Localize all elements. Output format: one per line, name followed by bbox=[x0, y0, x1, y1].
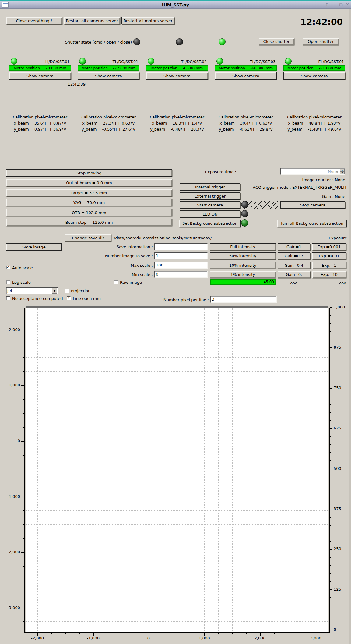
raw-image-checkbox[interactable] bbox=[114, 280, 118, 284]
restart-motors-button[interactable]: Restart all motors server bbox=[121, 17, 174, 24]
no-acceptance-checkbox[interactable] bbox=[6, 296, 10, 300]
show-camera-button[interactable]: Show camera bbox=[9, 72, 71, 80]
open-shutter-button[interactable]: Open shutter bbox=[303, 38, 339, 45]
gridline-horizontal bbox=[26, 441, 328, 441]
y-axis-right-tick bbox=[330, 589, 332, 590]
intensity-button[interactable]: 50% intensity bbox=[210, 252, 276, 259]
start-camera-button[interactable]: Start camera bbox=[180, 201, 240, 209]
save-info-input[interactable] bbox=[154, 243, 208, 250]
save-info-label: Save information : bbox=[76, 245, 153, 249]
motion-button[interactable]: target = 37.5 mm bbox=[6, 189, 172, 196]
plot-canvas[interactable] bbox=[26, 308, 328, 632]
minimize-icon[interactable]: – bbox=[332, 2, 335, 7]
spin-down-button[interactable]: ▼ bbox=[340, 171, 345, 174]
calibration-y-beam: y_beam = -0.55*H + 27.6*V bbox=[72, 127, 146, 132]
close-everything-button[interactable]: Close everything ! bbox=[6, 17, 62, 24]
motion-button[interactable]: Out of beam = 0.0 mm bbox=[6, 179, 172, 186]
motion-button[interactable]: YAG = 70.0 mm bbox=[6, 199, 172, 206]
close-icon[interactable]: ✕ bbox=[346, 2, 349, 7]
y-axis-right-tick bbox=[330, 509, 332, 509]
min-scale-input[interactable]: 0 bbox=[154, 271, 208, 278]
exposure-button[interactable]: Exp.=10 bbox=[312, 271, 346, 278]
intensity-button[interactable]: 10% intensity bbox=[210, 262, 276, 269]
line-each-mm-checkbox[interactable]: ✓ bbox=[67, 296, 71, 300]
exposure-button[interactable]: Exp.=0.01 bbox=[312, 252, 346, 259]
internal-trigger-button[interactable]: Internal trigger bbox=[180, 183, 240, 191]
colormap-dropdown-button[interactable]: ▼ bbox=[52, 288, 57, 294]
motion-button[interactable]: Stop moving bbox=[6, 169, 172, 177]
close-shutter-button[interactable]: Close shutter bbox=[259, 38, 294, 45]
y-axis-right-tick bbox=[330, 331, 331, 332]
calibration-y-beam: y_beam = 0.97*H + 36.9*V bbox=[3, 127, 77, 132]
calibration-title: Calibration pixel-micrometer bbox=[72, 115, 146, 119]
led-on-button[interactable]: LED ON bbox=[180, 210, 240, 218]
gridline-horizontal bbox=[26, 399, 328, 399]
gridline-horizontal bbox=[26, 385, 328, 385]
intensity-button[interactable]: Full intensity bbox=[210, 243, 276, 250]
gain-button[interactable]: Gain=0.7 bbox=[278, 252, 310, 259]
spin-up-button[interactable]: ▲ bbox=[340, 169, 345, 171]
line-each-mm-label: Line each mm bbox=[73, 296, 101, 301]
chevron-down-icon: ▼ bbox=[54, 290, 55, 292]
raw-image-label: Raw image bbox=[120, 280, 142, 285]
colormap-combobox[interactable]: jet ▼ bbox=[6, 287, 58, 294]
show-camera-button[interactable]: Show camera bbox=[215, 72, 277, 80]
calibration-title: Calibration pixel-micrometer bbox=[3, 115, 77, 119]
exposure-button[interactable]: Exp.=0.001 bbox=[312, 243, 346, 250]
num-images-input[interactable]: 1 bbox=[154, 252, 208, 259]
auto-scale-checkbox[interactable]: ✓ bbox=[6, 266, 10, 269]
y-axis-right-label: 625 bbox=[334, 426, 341, 430]
exposure-button[interactable]: Exp.=1 bbox=[312, 262, 346, 269]
y-axis-right-tick bbox=[330, 444, 331, 445]
gain-button[interactable]: Gain=0. bbox=[278, 271, 310, 278]
y-axis-right-tick bbox=[330, 412, 331, 413]
y-axis-right-tick bbox=[330, 356, 331, 356]
x-axis-tick bbox=[51, 633, 52, 634]
pixel-per-line-input[interactable]: 3 bbox=[210, 296, 277, 303]
gridline-horizontal bbox=[26, 621, 328, 622]
y-axis-right-tick bbox=[330, 315, 331, 316]
max-scale-input[interactable]: 100 bbox=[154, 262, 208, 269]
motor-position-bar: Motor position = -81.000 mm bbox=[283, 65, 345, 71]
gain-button[interactable]: Gain=1 bbox=[278, 243, 310, 250]
save-image-button[interactable]: Save image bbox=[6, 243, 62, 251]
x-axis-tick bbox=[246, 633, 247, 634]
turn-off-background-button[interactable]: Turn off Background substraction bbox=[277, 220, 347, 227]
restart-cameras-button[interactable]: Restart all cameras server bbox=[64, 17, 120, 24]
gain-button[interactable]: Gain=0.4 bbox=[278, 262, 310, 269]
background-led bbox=[241, 219, 248, 227]
change-save-dir-button[interactable]: Change save dir bbox=[65, 234, 111, 241]
show-camera-button[interactable]: Show camera bbox=[78, 72, 139, 80]
set-background-button[interactable]: Set Background substraction bbox=[179, 220, 241, 227]
y-axis-right-label: 875 bbox=[334, 345, 341, 350]
y-axis-left-tick bbox=[23, 399, 24, 400]
motion-button[interactable]: Beam stop = 125.0 mm bbox=[6, 219, 172, 226]
log-scale-checkbox[interactable] bbox=[6, 280, 10, 284]
shade-icon[interactable]: ↑ bbox=[325, 2, 328, 7]
motion-button[interactable]: OTR = 102.0 mm bbox=[6, 209, 172, 216]
x-axis-tick bbox=[121, 633, 121, 634]
x-axis-label: 0 bbox=[136, 636, 161, 640]
gridline-horizontal bbox=[26, 371, 328, 372]
external-trigger-button[interactable]: External trigger bbox=[180, 192, 240, 200]
x-axis-tick bbox=[37, 633, 38, 636]
gridline-vertical bbox=[260, 308, 260, 632]
calibration-x-beam: x_beam = 35.6*H + 0.87*V bbox=[3, 121, 77, 125]
motor-position-bar: Motor position = -72.000 mm bbox=[78, 65, 139, 71]
x-axis-label: 3,000 bbox=[304, 636, 328, 640]
gridline-vertical bbox=[93, 308, 93, 632]
stop-camera-button[interactable]: Stop camera bbox=[280, 201, 345, 209]
y-axis-right-tick bbox=[330, 380, 331, 380]
y-axis-right-tick bbox=[330, 541, 331, 542]
maximize-icon[interactable]: ▢ bbox=[339, 2, 343, 7]
camera-name: LI/DG/SST.01 bbox=[9, 59, 70, 64]
y-axis-left-label: -2,000 bbox=[0, 327, 20, 332]
intensity-button[interactable]: 1% intensity bbox=[210, 271, 276, 278]
x-axis-tick bbox=[79, 633, 80, 634]
projection-checkbox[interactable] bbox=[65, 289, 69, 293]
show-camera-button[interactable]: Show camera bbox=[283, 72, 345, 80]
title-bar[interactable]: IHM_SST.py ↑ – ▢ ✕ bbox=[0, 1, 351, 9]
exposure-time-spinbox[interactable]: None ▲ ▼ bbox=[280, 168, 345, 175]
no-acceptance-label: No acceptance computed bbox=[12, 296, 63, 301]
show-camera-button[interactable]: Show camera bbox=[146, 72, 208, 80]
